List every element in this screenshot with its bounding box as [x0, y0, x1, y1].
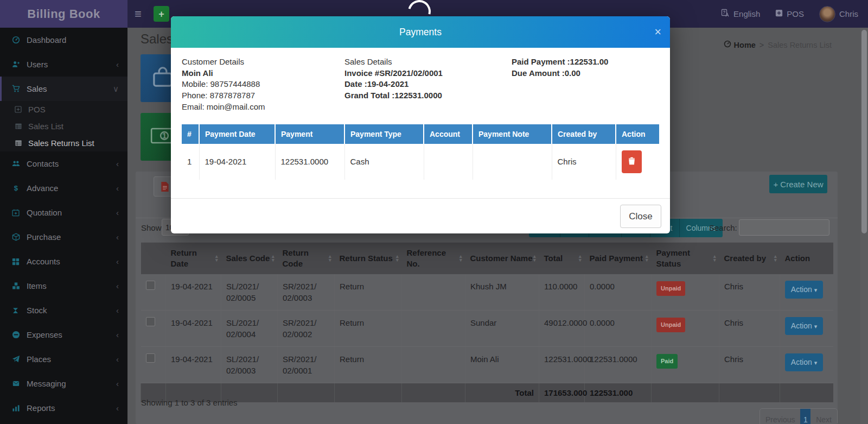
sidebar-item-messaging[interactable]: Messaging ‹	[0, 371, 127, 396]
col-return-status[interactable]: Return Status▴▾	[335, 243, 402, 274]
language-menu[interactable]: English	[721, 9, 760, 19]
page-1-button[interactable]: 1	[800, 408, 810, 424]
quick-add-button[interactable]: +	[154, 6, 169, 22]
sidebar-item-contacts[interactable]: Contacts ‹	[0, 151, 127, 176]
col-sales-code[interactable]: Sales Code▴▾	[221, 243, 278, 274]
sidebar-item-expenses[interactable]: Expenses ‹	[0, 322, 127, 347]
table-list-icon	[15, 140, 28, 147]
scrollbar-thumb[interactable]	[861, 30, 867, 233]
navbar-right: English POS Chris	[721, 0, 858, 28]
minus-circle-icon	[12, 331, 27, 339]
sort-icon: ▴▾	[272, 255, 275, 262]
col-payment-note: Payment Note	[473, 124, 552, 144]
sidebar-item-dashboard[interactable]: Dashboard	[0, 28, 127, 52]
sidebar-item-users[interactable]: Users ‹	[0, 52, 127, 77]
sidebar-item-quotation[interactable]: Quotation ‹	[0, 200, 127, 225]
col-total[interactable]: Total▴▾	[539, 243, 585, 274]
sidebar-item-reports[interactable]: Reports ‹	[0, 396, 127, 420]
customer-details-heading: Customer Details	[182, 56, 344, 68]
cell-payment-note	[473, 144, 552, 180]
language-label: English	[733, 9, 760, 18]
create-new-button[interactable]: + Create New	[769, 175, 827, 193]
cell-created-by: Chris	[552, 144, 616, 180]
col-created-by[interactable]: Created by▴▾	[719, 243, 780, 274]
cell-select	[141, 346, 166, 383]
row-action-button[interactable]: Action ▾	[785, 281, 823, 299]
delete-payment-button[interactable]	[622, 150, 642, 173]
cell-return-code: SR/2021/02/0003	[278, 274, 335, 311]
col-customer-name[interactable]: Customer Name▴▾	[465, 243, 539, 274]
breadcrumb-current: Sales Returns List	[768, 41, 832, 49]
chevron-left-icon: ‹	[116, 403, 119, 413]
due-amount: Due Amount :0.00	[512, 68, 659, 79]
chevron-down-icon: ∨	[113, 84, 119, 94]
sidebar-item-sales[interactable]: Sales ∨	[0, 77, 127, 101]
search-input[interactable]	[739, 219, 829, 236]
col-payment-status[interactable]: Payment Status▴▾	[652, 243, 719, 274]
sort-icon: ▴▾	[533, 255, 536, 262]
sidebar-item-items[interactable]: Items ‹	[0, 274, 127, 298]
col-payment: Payment	[275, 124, 344, 144]
chevron-left-icon: ‹	[116, 281, 119, 290]
cell-created-by: Chris	[719, 346, 780, 383]
row-checkbox[interactable]	[146, 281, 155, 290]
row-checkbox[interactable]	[146, 317, 155, 326]
plus-icon: +	[773, 180, 780, 189]
cell-reference-no	[402, 310, 465, 346]
cell-action: Action ▾	[780, 310, 833, 346]
chevron-left-icon: ‹	[116, 232, 119, 242]
pos-link[interactable]: POS	[775, 9, 804, 18]
chevron-left-icon: ‹	[116, 379, 119, 388]
sidebar-item-sales-list[interactable]: Sales List	[0, 118, 127, 135]
cell-total: 122531.0000	[539, 346, 585, 383]
sidebar-item-stock[interactable]: Stock ‹	[0, 298, 127, 322]
window-scrollbar[interactable]	[860, 28, 868, 424]
table-row: 19-04-2021 SL/2021/02/0003 SR/2021/02/00…	[141, 346, 833, 383]
breadcrumb-home[interactable]: Home	[724, 40, 756, 49]
avatar	[819, 6, 835, 22]
show-label: Show	[141, 223, 162, 232]
sort-icon: ▴▾	[459, 255, 462, 262]
customer-email: Email: moin@mail.com	[182, 102, 344, 113]
sidebar-label: Contacts	[27, 159, 59, 168]
col-return-code[interactable]: Return Code▴▾	[278, 243, 335, 274]
cell-select	[141, 310, 166, 346]
calendar-plus-icon	[12, 209, 27, 217]
sort-icon: ▴▾	[329, 255, 331, 262]
sidebar-toggle-icon[interactable]: ≡	[135, 0, 142, 28]
sort-icon: ▴▾	[774, 255, 777, 262]
close-icon[interactable]: ×	[654, 26, 661, 38]
pagination: Previous 1 Next	[760, 408, 838, 424]
sales-returns-table: Return Date▴▾ Sales Code▴▾ Return Code▴▾…	[141, 242, 833, 402]
caret-down-icon: ▾	[814, 323, 818, 330]
col-reference-no[interactable]: Reference No.▴▾	[402, 243, 465, 274]
col-paid-payment[interactable]: Paid Payment▴▾	[585, 243, 652, 274]
sidebar-item-advance[interactable]: $ Advance ‹	[0, 176, 127, 200]
dollar-icon: $	[12, 184, 27, 192]
sidebar-item-sales-returns-list[interactable]: Sales Returns List	[0, 135, 127, 151]
col-return-date[interactable]: Return Date▴▾	[166, 243, 221, 274]
previous-page-button[interactable]: Previous	[760, 415, 800, 424]
cell-total: 110.0000	[539, 274, 585, 311]
user-menu[interactable]: Chris	[819, 6, 858, 22]
chevron-left-icon: ‹	[116, 306, 119, 315]
sidebar-item-purchase[interactable]: Purchase ‹	[0, 225, 127, 249]
col-payment-date: Payment Date	[199, 124, 275, 144]
next-page-button[interactable]: Next	[810, 415, 837, 424]
plus-square-icon	[775, 9, 783, 18]
invoice-number: Invoice #SR/2021/02/0001	[344, 68, 512, 79]
cell-return-date: 19-04-2021	[166, 310, 221, 346]
sidebar-item-places[interactable]: Places ‹	[0, 347, 127, 371]
row-action-button[interactable]: Action ▾	[785, 317, 823, 335]
cubes-icon	[12, 282, 27, 290]
row-checkbox[interactable]	[146, 353, 155, 363]
cell-total: 49012.0000	[539, 310, 585, 346]
language-icon	[721, 9, 730, 19]
cell-paid-payment: 122531.0000	[585, 346, 652, 383]
sidebar-item-accounts[interactable]: Accounts ‹	[0, 249, 127, 274]
row-action-button[interactable]: Action ▾	[785, 353, 823, 371]
breadcrumb-separator: >	[760, 41, 764, 49]
app-logo[interactable]: Billing Book	[0, 0, 127, 28]
sidebar-item-pos[interactable]: POS	[0, 101, 127, 118]
close-button[interactable]: Close	[620, 205, 661, 228]
